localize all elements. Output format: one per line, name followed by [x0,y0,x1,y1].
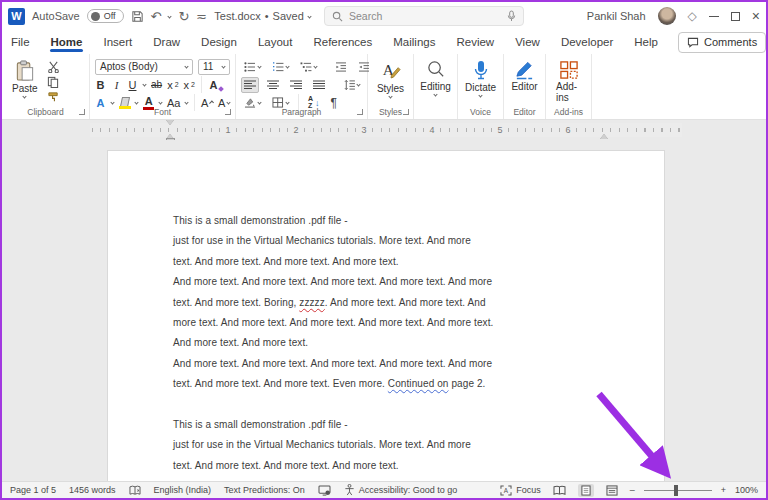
font-group: Aptos (Body) 11 B I U ab x2 x2 A A A [90,54,236,119]
dictate-button[interactable]: Dictate [460,58,501,99]
addins-icon [559,60,579,80]
tab-mailings[interactable]: Mailings [392,32,436,52]
font-name-combo[interactable]: Aptos (Body) [95,59,193,75]
underline-dropdown-icon[interactable] [142,82,146,86]
search-mic-icon[interactable] [507,10,516,22]
italic-button[interactable]: I [111,79,122,91]
user-name[interactable]: Pankil Shah [587,10,646,22]
paragraph-group-label: Paragraph [282,107,322,117]
paragraph-dialog-launcher[interactable] [357,109,363,115]
align-right-button[interactable] [287,77,305,93]
ruler-strip[interactable]: 1 2 3 4 5 6 [90,123,682,137]
font-size-combo[interactable]: 11 [198,59,230,75]
avatar[interactable] [658,7,676,25]
page-indicator[interactable]: Page 1 of 5 [10,485,56,495]
tab-view[interactable]: View [514,32,541,52]
decrease-indent-button[interactable] [332,59,350,75]
maximize-button[interactable] [731,12,740,21]
document-area: This is a small demonstration .pdf file … [2,140,766,481]
save-icon[interactable] [131,10,144,23]
autosave-toggle[interactable]: Off [87,9,124,23]
clear-formatting-button[interactable]: A [208,79,219,91]
editing-button[interactable]: Editing [415,58,456,98]
multilevel-list-button[interactable] [297,59,320,75]
misspelled-word: zzzzz [299,297,325,308]
styles-button[interactable]: A Styles [372,58,409,100]
tab-draw[interactable]: Draw [152,32,181,52]
web-layout-button[interactable] [603,484,621,497]
zoom-out-button[interactable]: – [630,485,635,495]
align-left-button[interactable] [241,77,259,93]
focus-mode-button[interactable]: A Focus [500,485,541,496]
search-box[interactable]: Search [324,6,524,26]
first-line-indent-marker[interactable] [166,120,174,129]
line-spacing-button[interactable] [340,77,363,93]
blank-line [173,395,613,415]
redo-button[interactable]: ↻ [178,9,189,24]
zoom-level[interactable]: 100% [735,485,758,495]
close-button[interactable]: × [752,9,760,23]
strikethrough-button[interactable]: ab [151,79,162,90]
font-dialog-launcher[interactable] [225,109,231,115]
clipboard-icon [15,60,35,82]
cut-button[interactable] [47,61,60,73]
tab-design[interactable]: Design [200,32,238,52]
comments-button[interactable]: Comments [678,32,766,53]
customize-qat-icon[interactable]: ≂ [196,9,207,24]
text-predictions[interactable]: Text Predictions: On [224,485,305,495]
autosave-state: Off [104,11,116,21]
clipboard-dialog-launcher[interactable] [79,109,85,115]
addins-button[interactable]: Add-ins [551,58,586,105]
premium-diamond-icon[interactable]: ◇ [688,9,697,23]
accessibility-status[interactable]: Accessibility: Good to go [344,484,458,496]
paste-button[interactable]: Paste [7,58,43,100]
format-painter-button[interactable] [47,91,60,103]
align-center-button[interactable] [264,77,282,93]
ruler-mark: 1 [223,123,233,137]
subscript-button[interactable]: x2 [167,79,178,91]
styles-dialog-launcher[interactable] [403,109,409,115]
document-title[interactable]: Test.docx • Saved [214,10,311,22]
bullets-button[interactable] [241,59,264,75]
numbering-button[interactable] [269,59,292,75]
superscript-button[interactable]: x2 [184,79,195,91]
hanging-indent-marker[interactable] [166,130,174,139]
word-app-icon[interactable]: W [8,8,25,25]
copy-button[interactable] [47,76,60,88]
doc-line: text. And more text. And more text. And … [173,252,613,272]
titlebar: W AutoSave Off ↶ ↻ ≂ Test.docx • Saved S… [2,2,766,30]
word-count[interactable]: 1456 words [69,485,116,495]
styles-group: A Styles Styles [368,54,414,119]
proofing-status-icon[interactable] [129,485,141,496]
ruler-mark: 3 [359,123,369,137]
minimize-button[interactable] [709,16,719,17]
doc-line: text. And more text. Boring, zzzzz. And … [173,293,613,313]
zoom-slider-handle[interactable] [674,485,678,496]
zoom-slider[interactable] [644,490,712,491]
undo-button[interactable]: ↶ [151,9,162,24]
ruler-mark: 6 [563,123,573,137]
tab-references[interactable]: References [312,32,373,52]
undo-dropdown-icon[interactable] [168,14,172,18]
tab-layout[interactable]: Layout [257,32,294,52]
right-indent-marker[interactable] [600,130,608,139]
zoom-in-button[interactable]: + [721,485,726,495]
read-mode-button[interactable] [550,484,569,497]
document-text[interactable]: This is a small demonstration .pdf file … [173,211,613,476]
ribbon-tab-bar: File Home Insert Draw Design Layout Refe… [2,30,766,54]
print-layout-button[interactable] [578,484,594,497]
justify-button[interactable] [310,77,328,93]
page[interactable]: This is a small demonstration .pdf file … [107,150,665,481]
tab-developer[interactable]: Developer [560,32,614,52]
tab-home[interactable]: Home [50,32,84,52]
display-settings-icon[interactable] [318,485,331,496]
tab-help[interactable]: Help [633,32,659,52]
underline-button[interactable]: U [127,79,138,91]
bold-button[interactable]: B [95,79,106,91]
tab-file[interactable]: File [10,32,31,52]
tab-review[interactable]: Review [455,32,495,52]
editor-button[interactable]: Editor [506,58,542,94]
tab-insert[interactable]: Insert [102,32,133,52]
language-indicator[interactable]: English (India) [154,485,212,495]
doc-line: This is a small demonstration .pdf file … [173,211,613,231]
